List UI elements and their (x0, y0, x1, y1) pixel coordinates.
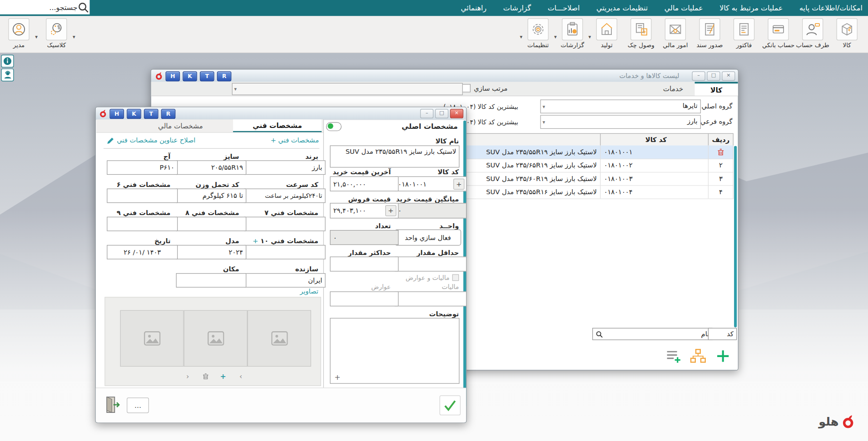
menu-item-help[interactable]: راهنمائي (461, 4, 486, 12)
active-toggle[interactable] (326, 122, 342, 131)
group-sub-combobox[interactable]: بارز ▼ (541, 115, 701, 129)
model-input[interactable]: ۲۰۲۴ (176, 245, 247, 260)
row-number-cell[interactable]: ۴ (708, 185, 733, 198)
menu-item-admin-settings[interactable]: تنظیمات مدیریتي (596, 4, 648, 12)
tab-services[interactable]: خدمات (651, 82, 694, 95)
confirm-button[interactable] (440, 395, 461, 415)
hotkey-r-button[interactable]: R (217, 71, 232, 81)
dropdown-caret-icon[interactable]: ▼ (35, 35, 38, 39)
list-window-titlebar[interactable]: H K T R لیست کالاها و خدمات – □ × (151, 70, 738, 83)
hotkey-k-button[interactable]: K (183, 71, 197, 81)
name-input[interactable]: لاستیک بارز سایز ۲۳۵/۵۵R۱۹ مدل SUV (330, 146, 459, 168)
tech8-input[interactable] (176, 217, 247, 231)
image-placeholder[interactable] (120, 310, 184, 367)
brand-input[interactable]: بارز (244, 160, 325, 175)
list-add-button[interactable] (662, 346, 684, 366)
toolbar-issue-document-button[interactable]: صدور سند (695, 18, 724, 49)
global-search-input[interactable]: جستجو... (0, 0, 89, 15)
images-next-button[interactable]: › (234, 371, 248, 382)
filter-name-input[interactable]: نام (592, 328, 712, 340)
tax-group-checkbox[interactable] (452, 274, 459, 281)
add-item-button[interactable] (712, 346, 734, 366)
menu-item-reports[interactable]: گزارشات (503, 4, 531, 12)
maximize-button[interactable]: □ (435, 109, 448, 118)
toolbar-account-party-button[interactable]: طرف حساب (798, 18, 827, 49)
group-main-combobox[interactable]: تایرها ▼ (541, 99, 701, 113)
menu-item-goods-operations[interactable]: عملیات مرتبط به کالا (719, 4, 783, 12)
tech7-input[interactable] (244, 217, 325, 231)
code-input[interactable]: ۰۱۸۰۱۰۰۱ + (395, 176, 466, 191)
tread-input[interactable]: P۶۱۰ (107, 160, 178, 175)
description-plus[interactable]: + (334, 373, 340, 382)
row-number-cell[interactable]: ۲ (708, 159, 733, 172)
col-header-code[interactable]: کد کالا (600, 134, 708, 146)
last-buy-input[interactable]: ۲۱,۵۰۰,۰۰۰ (330, 176, 398, 191)
toolbar-invoice-button[interactable]: فاکتور (729, 18, 758, 49)
info-button[interactable] (1, 55, 14, 68)
tech10-input[interactable] (244, 245, 325, 260)
tech9-input[interactable] (107, 217, 178, 231)
group-tree-button[interactable] (687, 346, 709, 366)
description-textarea[interactable]: + (330, 318, 459, 384)
row-code-cell[interactable]: ۰۱۸۰۱۰۰۳ (600, 172, 708, 185)
maximize-button[interactable]: □ (707, 71, 720, 81)
place-input[interactable] (176, 273, 247, 288)
close-button[interactable]: × (450, 109, 463, 118)
toolbar-financial-affairs-button[interactable]: امور مالي (661, 18, 689, 49)
more-options-button[interactable]: ... (127, 397, 149, 413)
row-code-cell[interactable]: ۰۱۸۰۱۰۰۲ (600, 159, 708, 172)
toolbar-production-button[interactable]: ▼ تولید (592, 18, 621, 49)
minimize-button[interactable]: – (420, 109, 433, 118)
tab-financial-specs[interactable]: مشخصات مالي (128, 119, 233, 132)
sell-plus-button[interactable]: + (385, 205, 396, 216)
dropdown-caret-icon[interactable]: ▼ (520, 35, 522, 39)
images-prev-button[interactable]: ‹ (181, 371, 194, 382)
menu-item-basics[interactable]: امکانات/اطلاعات پایه (799, 4, 863, 12)
images-delete-button[interactable] (199, 371, 212, 382)
toolbar-reports-button[interactable]: ▼ گزارشات (558, 18, 587, 49)
toolbar-bank-account-button[interactable]: حساب بانکي (764, 18, 793, 49)
menu-item-financial-operations[interactable]: عملیات مالي (665, 4, 703, 12)
toolbar-goods-button[interactable]: کالا (833, 18, 861, 49)
sort-combobox[interactable]: ▼ (232, 83, 463, 95)
code-plus-button[interactable]: + (453, 179, 464, 190)
exit-button[interactable] (101, 394, 122, 416)
date-input[interactable]: ۱۴۰۳ /۰۱/ ۲۶ (107, 245, 178, 260)
tech10-add-link[interactable]: + (253, 237, 258, 245)
toolbar-cheque-collect-button[interactable]: وصول چک (627, 18, 655, 49)
image-placeholder[interactable] (184, 310, 248, 367)
hotkey-h-button[interactable]: H (109, 109, 124, 119)
dropdown-caret-icon[interactable]: ▼ (554, 35, 557, 39)
table-scrollbar[interactable] (734, 146, 737, 328)
menu-item-corrections[interactable]: اصلاحـــات (548, 4, 580, 12)
row-number-cell[interactable]: ۳ (708, 172, 733, 185)
tab-tech-specs[interactable]: مشخصات فني (233, 119, 322, 132)
dropdown-caret-icon[interactable]: ▼ (589, 35, 591, 39)
row-code-cell[interactable]: ۰۱۸۰۱۰۰۱ (600, 146, 708, 159)
filter-code-input[interactable]: کد (708, 328, 737, 340)
tax-input[interactable] (395, 291, 466, 306)
toolbar-classic-theme-button[interactable]: ▼ کلاسیک (42, 18, 71, 49)
row-code-cell[interactable]: ۰۱۸۰۱۰۰۴ (600, 185, 708, 198)
unit-activate-button[interactable]: فعال سازي واحد (395, 230, 461, 245)
speed-code-input[interactable]: تا۲۴۰کیلومتر بر ساعت (244, 189, 325, 203)
tech6-input[interactable] (107, 189, 178, 203)
add-tech-spec-link[interactable]: مشخصات فني + (271, 137, 319, 144)
image-placeholder[interactable] (248, 310, 311, 367)
max-qty-input[interactable] (330, 257, 398, 272)
duty-input[interactable] (330, 291, 398, 306)
support-button[interactable] (1, 69, 14, 81)
col-header-row[interactable]: ردیف (708, 134, 733, 146)
maker-input[interactable]: ایران (244, 273, 325, 288)
images-add-button[interactable]: + (217, 371, 230, 382)
dialog-titlebar[interactable]: H K T R – □ × (96, 107, 466, 120)
edit-tech-titles-link[interactable]: اصلاح عناوین مشخصات فني (107, 137, 195, 144)
size-input[interactable]: ۲۰۵/۵۵R۱۹ (176, 160, 247, 175)
tab-goods[interactable]: کالا (695, 82, 738, 95)
hotkey-k-button[interactable]: K (127, 109, 141, 119)
min-qty-input[interactable] (395, 257, 466, 272)
sort-checkbox[interactable] (462, 84, 471, 92)
hotkey-r-button[interactable]: R (161, 109, 176, 119)
close-button[interactable]: × (722, 71, 735, 81)
hotkey-h-button[interactable]: H (165, 71, 180, 81)
